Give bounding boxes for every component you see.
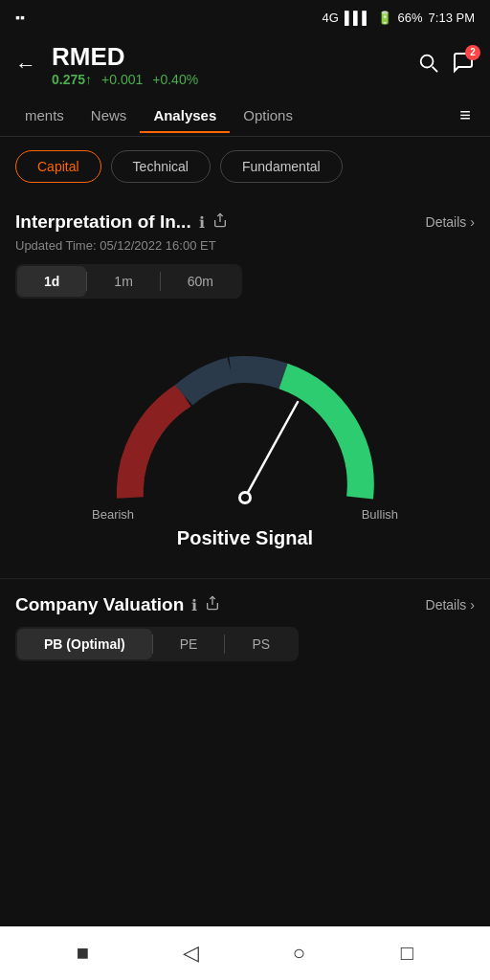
back-button[interactable]: ← — [15, 53, 36, 78]
search-button[interactable] — [417, 52, 438, 78]
tab-analyses[interactable]: Analyses — [140, 98, 230, 133]
nav-home-button[interactable]: ○ — [282, 936, 317, 970]
time-btn-1m[interactable]: 1m — [87, 266, 159, 297]
camera-icon: ▪▪ — [15, 10, 25, 25]
nav-back-button[interactable]: ◁ — [174, 936, 209, 970]
details-label: Details — [426, 214, 467, 230]
svg-line-1 — [433, 66, 438, 72]
header-actions: 2 — [417, 51, 475, 79]
updated-time: Updated Time: 05/12/2022 16:00 ET — [15, 238, 475, 253]
gauge-svg — [82, 345, 408, 517]
nav-recents-button[interactable]: □ — [390, 936, 425, 970]
valuation-tab-ps[interactable]: PS — [225, 629, 297, 659]
valuation-details-chevron: › — [470, 597, 475, 612]
time-selector: 1d 1m 60m — [15, 264, 242, 299]
time-display: 7:13 PM — [429, 11, 475, 25]
tab-options[interactable]: Options — [230, 98, 306, 133]
price-change: +0.001 — [101, 72, 143, 87]
company-valuation-section: Company Valuation ℹ Details › PB (Optima… — [0, 578, 490, 688]
info-icon[interactable]: ℹ — [199, 213, 205, 232]
tab-movements[interactable]: ments — [11, 98, 78, 133]
bottom-nav: ■ ◁ ○ □ — [0, 926, 490, 980]
svg-point-0 — [421, 55, 434, 67]
price-value: 0.275↑ — [52, 72, 92, 87]
valuation-tabs: PB (Optimal) PE PS — [15, 627, 299, 661]
nav-menu-button[interactable]: ≡ — [452, 95, 479, 136]
company-valuation-details[interactable]: Details › — [426, 597, 475, 612]
details-chevron: › — [470, 214, 475, 230]
share-icon[interactable] — [212, 212, 228, 232]
header: ← RMED 0.275↑ +0.001 +0.40% 2 — [0, 34, 490, 95]
company-valuation-header: Company Valuation ℹ Details › — [15, 594, 475, 615]
time-btn-60m[interactable]: 60m — [161, 266, 240, 297]
valuation-tab-pe[interactable]: PE — [153, 629, 225, 659]
valuation-share-icon[interactable] — [205, 595, 220, 614]
interpretation-details[interactable]: Details › — [426, 214, 475, 230]
valuation-details-label: Details — [426, 597, 467, 612]
gauge-signal: Positive Signal — [177, 527, 313, 549]
valuation-info-icon[interactable]: ℹ — [191, 596, 197, 614]
filter-pills: Capital Technical Fundamental — [0, 137, 490, 196]
interpretation-section: Interpretation of In... ℹ Details › Upda… — [0, 196, 490, 325]
pill-capital[interactable]: Capital — [15, 150, 101, 183]
pill-technical[interactable]: Technical — [111, 150, 211, 183]
interpretation-header: Interpretation of In... ℹ Details › — [15, 212, 475, 233]
ticker-symbol: RMED — [52, 42, 406, 72]
network-indicator: 4G — [323, 11, 339, 25]
battery-level: 66% — [398, 11, 423, 25]
tab-news[interactable]: News — [78, 98, 141, 133]
company-valuation-title: Company Valuation — [15, 594, 184, 615]
price-pct: +0.40% — [152, 72, 198, 87]
time-btn-1d[interactable]: 1d — [17, 266, 86, 297]
status-left: ▪▪ — [15, 10, 25, 25]
pill-fundamental[interactable]: Fundamental — [220, 150, 343, 183]
svg-line-3 — [245, 402, 298, 498]
status-right: 4G ▌▌▌ 🔋 66% 7:13 PM — [323, 11, 475, 25]
gauge-container: Bearish Bullish Positive Signal — [0, 325, 490, 578]
valuation-tab-pb[interactable]: PB (Optimal) — [17, 629, 152, 659]
ticker-info: RMED 0.275↑ +0.001 +0.40% — [52, 42, 406, 87]
ticker-price-row: 0.275↑ +0.001 +0.40% — [52, 72, 406, 87]
interpretation-title: Interpretation of In... — [15, 212, 191, 233]
notification-badge: 2 — [465, 45, 480, 60]
battery-icon: 🔋 — [377, 11, 392, 25]
message-button[interactable]: 2 — [452, 51, 475, 79]
svg-point-5 — [241, 494, 249, 501]
nav-tabs: ments News Analyses Options ≡ — [0, 95, 490, 137]
nav-stop-button[interactable]: ■ — [66, 936, 100, 970]
signal-icon: ▌▌▌ — [345, 11, 371, 25]
status-bar: ▪▪ 4G ▌▌▌ 🔋 66% 7:13 PM — [0, 0, 490, 34]
